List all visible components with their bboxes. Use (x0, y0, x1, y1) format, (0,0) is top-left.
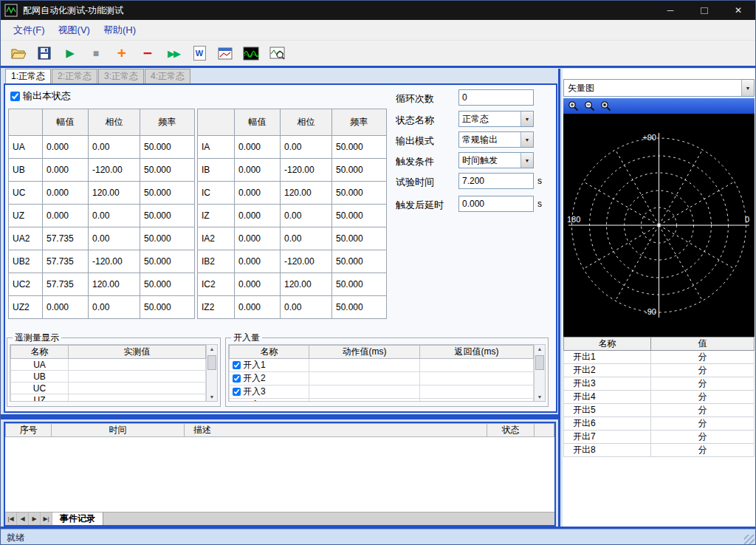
frequency-cell[interactable]: 50.000 (332, 273, 387, 296)
phase-cell[interactable]: 120.00 (89, 182, 140, 205)
state-name-select[interactable]: 正常态 (458, 111, 534, 127)
last-page-button[interactable]: ▶| (41, 513, 52, 525)
tab-state-3[interactable]: 3:正常态 (98, 69, 144, 83)
menu-view[interactable]: 视图(V) (52, 21, 97, 39)
tab-state-1[interactable]: 1:正常态 (5, 69, 51, 83)
view-selector[interactable]: 矢量图 (563, 79, 755, 97)
trigger-delay-input[interactable] (458, 196, 534, 212)
frequency-cell[interactable]: 50.000 (332, 136, 387, 159)
scrollbar-thumb[interactable] (535, 355, 544, 370)
phase-cell[interactable]: -120.00 (89, 159, 140, 182)
phase-cell[interactable]: 0.00 (89, 136, 140, 159)
horizontal-splitter[interactable] (1, 414, 560, 419)
dropdown-arrow-icon[interactable] (520, 112, 533, 126)
binary-input-scrollbar[interactable] (534, 345, 545, 401)
amplitude-cell[interactable]: 0.000 (235, 136, 281, 159)
waveform-button[interactable] (241, 44, 261, 63)
zoom-out-button[interactable] (583, 100, 596, 112)
trigger-condition-select[interactable]: 时间触发 (458, 152, 534, 168)
amplitude-cell[interactable]: 0.000 (235, 273, 281, 296)
frequency-cell[interactable]: 50.000 (140, 273, 195, 296)
tab-event-log[interactable]: 事件记录 (52, 513, 103, 525)
open-button[interactable] (8, 44, 29, 63)
tab-state-4[interactable]: 4:正常态 (145, 69, 190, 83)
frequency-cell[interactable]: 50.000 (140, 250, 195, 273)
word-report-button[interactable]: W (189, 44, 210, 63)
phase-cell[interactable]: -120.00 (281, 250, 332, 273)
phase-cell[interactable]: 120.00 (281, 182, 332, 205)
output-mode-select[interactable]: 常规输出 (458, 131, 534, 148)
output-state-checkbox[interactable] (10, 92, 20, 101)
phase-cell[interactable]: 0.00 (89, 227, 140, 250)
frequency-cell[interactable]: 50.000 (140, 159, 195, 182)
zoom-reset-button[interactable] (599, 100, 612, 112)
frequency-cell[interactable]: 50.000 (140, 296, 195, 319)
scrollbar-thumb[interactable] (207, 355, 216, 370)
frequency-cell[interactable]: 50.000 (332, 296, 387, 319)
phase-cell[interactable]: 0.00 (281, 205, 332, 227)
binary-input-checkbox[interactable] (233, 361, 241, 369)
frequency-cell[interactable]: 50.000 (140, 205, 195, 227)
amplitude-cell[interactable]: 0.000 (43, 136, 89, 159)
continue-button[interactable]: ▶▶ (163, 44, 184, 63)
phase-cell[interactable]: -120.00 (281, 159, 332, 182)
amplitude-cell[interactable]: 57.735 (43, 227, 89, 250)
dropdown-arrow-icon[interactable] (520, 132, 533, 147)
amplitude-cell[interactable]: 0.000 (235, 182, 281, 205)
amplitude-cell[interactable]: 0.000 (235, 250, 281, 273)
next-page-button[interactable]: ▶ (29, 513, 41, 525)
dropdown-arrow-icon[interactable] (520, 153, 533, 168)
frequency-cell[interactable]: 50.000 (332, 205, 387, 227)
phase-cell[interactable]: 0.00 (281, 136, 332, 159)
amplitude-cell[interactable]: 0.000 (235, 227, 281, 250)
stop-button[interactable]: ■ (86, 44, 106, 63)
amplitude-cell[interactable]: 0.000 (235, 159, 281, 182)
frequency-cell[interactable]: 50.000 (140, 182, 195, 205)
phase-cell[interactable]: 120.00 (89, 273, 140, 296)
amplitude-cell[interactable]: 57.735 (43, 250, 89, 273)
amplitude-cell[interactable]: 0.000 (43, 182, 89, 205)
amplitude-cell[interactable]: 0.000 (235, 205, 281, 227)
chart-window-button[interactable] (215, 44, 236, 63)
frequency-cell[interactable]: 50.000 (140, 136, 195, 159)
binary-input-checkbox[interactable] (233, 374, 241, 383)
remove-state-button[interactable]: − (137, 44, 158, 63)
minimize-button[interactable]: ─ (653, 1, 687, 20)
wave-preview-button[interactable] (267, 44, 287, 63)
binary-input-checkbox[interactable] (233, 401, 241, 402)
run-button[interactable]: ▶ (60, 44, 80, 63)
phase-cell[interactable]: 0.00 (89, 205, 140, 227)
phase-cell[interactable]: 0.00 (281, 227, 332, 250)
add-state-button[interactable]: + (111, 44, 132, 63)
frequency-cell[interactable]: 50.000 (332, 227, 387, 250)
dropdown-arrow-icon[interactable] (741, 80, 754, 96)
amplitude-cell[interactable]: 57.735 (43, 273, 89, 296)
phase-cell[interactable]: -120.00 (89, 250, 140, 273)
menu-file[interactable]: 文件(F) (7, 21, 52, 39)
loop-count-input[interactable] (458, 89, 534, 106)
frequency-cell[interactable]: 50.000 (332, 250, 387, 273)
tab-state-2[interactable]: 2:正常态 (52, 69, 97, 83)
resize-grip[interactable] (744, 535, 755, 545)
amplitude-cell[interactable]: 0.000 (43, 205, 89, 227)
save-button[interactable] (34, 44, 55, 63)
amplitude-cell[interactable]: 0.000 (43, 296, 89, 319)
vertical-splitter[interactable] (558, 69, 560, 527)
frequency-cell[interactable]: 50.000 (332, 159, 387, 182)
zoom-in-button[interactable] (566, 100, 580, 112)
amplitude-cell[interactable]: 0.000 (235, 296, 281, 319)
telemetry-scrollbar[interactable] (206, 345, 217, 401)
maximize-button[interactable] (687, 1, 721, 20)
prev-page-button[interactable]: ◀ (17, 513, 29, 525)
phase-cell[interactable]: 120.00 (281, 273, 332, 296)
frequency-cell[interactable]: 50.000 (332, 182, 387, 205)
phase-cell[interactable]: 0.00 (281, 296, 332, 319)
menu-help[interactable]: 帮助(H) (97, 21, 142, 39)
test-time-input[interactable] (458, 173, 534, 189)
binary-input-checkbox[interactable] (233, 388, 241, 396)
frequency-cell[interactable]: 50.000 (140, 227, 195, 250)
first-page-button[interactable]: |◀ (5, 513, 17, 525)
phase-cell[interactable]: 0.00 (89, 296, 140, 319)
close-button[interactable]: ✕ (721, 1, 755, 20)
amplitude-cell[interactable]: 0.000 (43, 159, 89, 182)
